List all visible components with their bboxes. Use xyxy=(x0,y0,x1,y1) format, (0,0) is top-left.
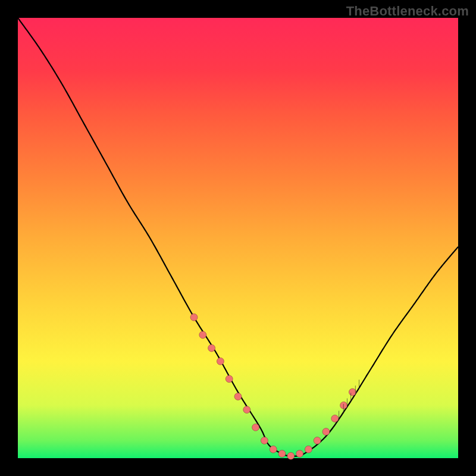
curve-marker xyxy=(314,437,321,444)
curve-marker xyxy=(322,428,330,436)
watermark-text: TheBottleneck.com xyxy=(346,4,469,19)
curve-marker xyxy=(296,450,303,458)
curve-marker xyxy=(234,393,242,400)
curve-marker xyxy=(261,437,268,444)
curve-marker xyxy=(278,450,286,458)
curve-marker xyxy=(252,424,259,431)
curve-marker xyxy=(340,402,347,409)
curve-marker xyxy=(349,389,356,396)
curve-marker xyxy=(217,358,224,365)
bottleneck-curve-path xyxy=(18,18,458,456)
curve-marker xyxy=(199,331,206,339)
curve-marker xyxy=(208,345,215,352)
curve-svg xyxy=(18,18,458,458)
plot-area xyxy=(18,18,458,458)
curve-marker xyxy=(305,446,312,453)
curve-marker xyxy=(287,452,295,459)
curve-marker xyxy=(226,375,233,383)
curve-marker xyxy=(331,415,339,422)
curve-marker xyxy=(190,314,198,321)
curve-marker xyxy=(270,446,277,453)
curve-marker xyxy=(243,406,250,414)
chart-frame: TheBottleneck.com xyxy=(0,0,476,476)
marker-group xyxy=(190,314,356,459)
